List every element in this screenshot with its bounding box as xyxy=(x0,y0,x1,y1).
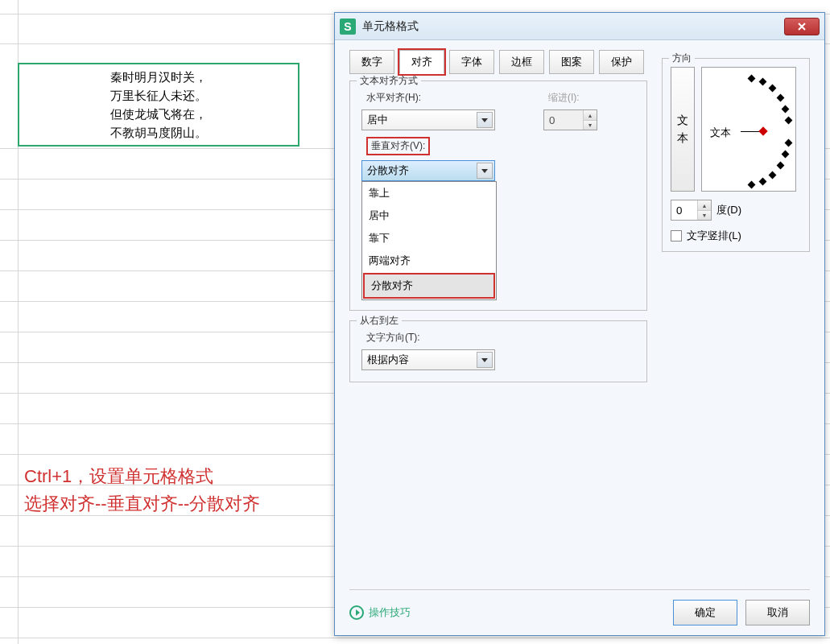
halign-select[interactable]: 居中 xyxy=(361,109,495,130)
cell-poem: 秦时明月汉时关， 万里长征人未还。 但使龙城飞将在， 不教胡马度阴山。 xyxy=(110,68,207,142)
indent-label: 缩进(I): xyxy=(548,91,597,105)
vertical-text-checkbox[interactable]: 文字竖排(L) xyxy=(671,229,801,243)
degree-stepper[interactable]: ▲▼ xyxy=(671,200,712,221)
indent-input xyxy=(544,110,583,130)
valign-option-center[interactable]: 居中 xyxy=(362,204,496,227)
halign-label: 水平对齐(H): xyxy=(366,91,495,105)
degree-input[interactable] xyxy=(671,200,697,220)
selected-cell: 秦时明月汉时关， 万里长征人未还。 但使龙城飞将在， 不教胡马度阴山。 xyxy=(18,63,299,147)
text-alignment-legend: 文本对齐方式 xyxy=(357,74,421,88)
tab-number[interactable]: 数字 xyxy=(349,50,394,74)
text-direction-select[interactable]: 根据内容 xyxy=(361,349,495,370)
dialog-titlebar[interactable]: S 单元格格式 xyxy=(335,13,824,40)
tab-border[interactable]: 边框 xyxy=(499,50,544,74)
chevron-down-icon xyxy=(477,163,493,179)
valign-select[interactable]: 分散对齐 靠上 居中 靠下 两端对齐 分散对齐 xyxy=(361,160,495,181)
dialog-title: 单元格格式 xyxy=(362,19,784,34)
play-icon xyxy=(349,605,364,620)
orientation-dial[interactable]: 文本 xyxy=(701,67,796,192)
chevron-down-icon xyxy=(477,352,493,368)
cell-format-dialog: S 单元格格式 数字 对齐 字体 边框 图案 保护 文本对齐方式 水平对齐(H)… xyxy=(334,12,825,636)
tab-protection[interactable]: 保护 xyxy=(599,50,644,74)
valign-option-justify[interactable]: 两端对齐 xyxy=(362,250,496,272)
degree-label: 度(D) xyxy=(716,203,741,217)
valign-option-distributed[interactable]: 分散对齐 xyxy=(363,273,495,299)
tab-alignment[interactable]: 对齐 xyxy=(399,50,444,74)
vertical-text-button[interactable]: 文 本 xyxy=(671,67,695,192)
tips-link[interactable]: 操作技巧 xyxy=(349,605,411,620)
cancel-button[interactable]: 取消 xyxy=(745,600,810,625)
valign-dropdown: 靠上 居中 靠下 两端对齐 分散对齐 xyxy=(361,181,497,300)
rtl-group: 从右到左 文字方向(T): 根据内容 xyxy=(349,320,647,382)
tab-font[interactable]: 字体 xyxy=(449,50,494,74)
tab-pattern[interactable]: 图案 xyxy=(549,50,594,74)
valign-option-bottom[interactable]: 靠下 xyxy=(362,227,496,250)
indent-stepper: ▲▼ xyxy=(543,109,597,130)
rtl-legend: 从右到左 xyxy=(357,314,402,328)
ok-button[interactable]: 确定 xyxy=(673,600,737,625)
valign-option-top[interactable]: 靠上 xyxy=(362,182,496,204)
dial-handle xyxy=(758,126,767,135)
close-icon xyxy=(797,22,807,31)
checkbox-icon xyxy=(671,230,682,242)
valign-label: 垂直对齐(V): xyxy=(366,137,430,155)
direction-group: 方向 文 本 文本 xyxy=(662,58,810,252)
text-direction-label: 文字方向(T): xyxy=(366,331,635,345)
chevron-down-icon xyxy=(477,112,493,128)
direction-legend: 方向 xyxy=(669,52,695,65)
close-button[interactable] xyxy=(784,18,820,35)
text-alignment-group: 文本对齐方式 水平对齐(H): 居中 缩进(I): ▲▼ xyxy=(349,80,647,311)
annotation-text: Ctrl+1，设置单元格格式 选择对齐--垂直对齐--分散对齐 xyxy=(24,463,260,518)
app-icon: S xyxy=(340,19,356,35)
